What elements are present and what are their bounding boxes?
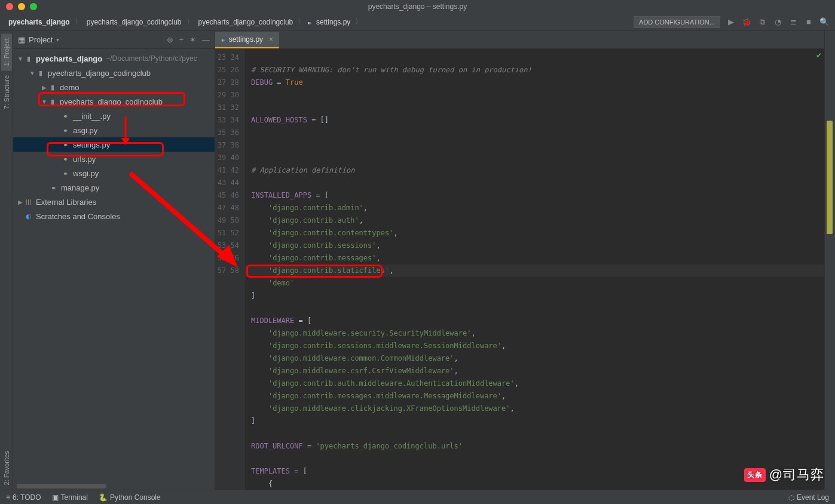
python-file-icon [221,35,225,44]
tree-folder-inner[interactable]: ▼ pyecharts_django_codingclub [13,94,215,109]
concurrency-icon[interactable]: ≣ [788,17,798,27]
breadcrumb-root[interactable]: pyecharts_django [6,17,72,27]
locate-icon[interactable]: ⊕ [167,35,173,44]
marker-strip[interactable] [827,121,833,234]
run-icon[interactable]: ▶ [726,17,736,27]
tree-label: asgi.py [73,126,97,135]
folder-icon [48,84,57,91]
debug-icon[interactable]: 🐞 [742,17,751,27]
settings-icon[interactable]: ✶ [189,35,196,44]
python-file-icon [307,18,311,26]
breadcrumb-item[interactable]: pyecharts_django_codingclub [84,17,184,27]
project-header-actions: ⊕ ÷ ✶ — [167,35,210,44]
title-bar: pyecharts_django – settings.py [0,0,835,13]
tree-file-asgi[interactable]: asgi.py [13,123,215,137]
tree-folder[interactable]: ▼ pyecharts_django_codingclub [13,66,215,80]
watermark-badge: 头条 [744,468,766,482]
project-view-selector[interactable]: ▦ Project ▾ [18,35,167,44]
coverage-icon[interactable]: ⧉ [757,17,767,27]
left-tool-strip: 1: Project 7: Structure 2: Favorites [0,31,13,490]
tool-tab-terminal[interactable]: ▣ Terminal [52,493,88,502]
inspection-ok-icon: ✔ [816,51,822,60]
watermark: 头条 @司马弈 [744,466,824,484]
stop-icon[interactable]: ■ [804,17,813,27]
horizontal-scrollbar[interactable] [17,484,106,488]
code-editor[interactable]: 23 24 25 26 27 28 29 30 31 32 33 34 35 3… [215,49,824,490]
close-tab-icon[interactable]: × [269,35,273,44]
tree-external-libraries[interactable]: ▶ External Libraries [13,195,215,209]
tree-label: settings.py [73,140,110,149]
expand-arrow-icon[interactable]: ▶ [41,84,48,91]
python-file-icon [61,171,71,176]
editor-tab-bar: settings.py × [215,31,824,49]
tree-label: __init__.py [73,112,111,121]
python-file-icon [61,142,71,147]
python-file-icon [49,185,59,190]
tool-tab-project[interactable]: 1: Project [1,33,12,70]
expand-arrow-icon[interactable]: ▼ [41,99,48,105]
hide-icon[interactable]: — [202,35,210,44]
tree-root[interactable]: ▼ pyecharts_django ~/Documents/Python/cl… [13,51,215,66]
toolbar-right: ADD CONFIGURATION... ▶ 🐞 ⧉ ◔ ≣ ■ 🔍 [634,16,829,28]
event-log-button[interactable]: ◌ Event Log [788,493,829,502]
search-icon[interactable]: 🔍 [819,17,829,27]
tree-file-settings[interactable]: settings.py [13,137,215,152]
folder-icon [24,55,33,63]
folder-icon [36,69,45,77]
window-controls [0,3,37,10]
tree-label: wsgi.py [73,169,99,178]
right-gutter [824,31,835,490]
bottom-tool-bar: ≡ 6: TODO ▣ Terminal 🐍 Python Console ◌ … [0,490,835,504]
tree-root-path: ~/Documents/Python/cl/pyec [106,54,197,63]
collapse-all-icon[interactable]: ÷ [179,35,183,44]
add-configuration-button[interactable]: ADD CONFIGURATION... [634,16,720,28]
tree-root-name: pyecharts_django [36,54,102,63]
expand-arrow-icon[interactable]: ▶ [17,199,24,205]
breadcrumb-item[interactable]: pyecharts_django_codingclub [196,17,296,27]
project-header: ▦ Project ▾ ⊕ ÷ ✶ — [13,31,215,49]
project-title: Project [29,35,53,44]
main-area: 1: Project 7: Structure 2: Favorites ▦ P… [0,31,835,490]
profile-icon[interactable]: ◔ [773,17,782,27]
scratch-icon [24,213,33,220]
chevron-down-icon: ▾ [56,36,59,43]
expand-arrow-icon[interactable]: ▼ [29,70,36,76]
tree-file-urls[interactable]: urls.py [13,152,215,166]
code-content[interactable]: # SECURITY WARNING: don't run with debug… [245,49,824,490]
minimize-icon[interactable] [18,3,25,10]
tool-tab-favorites[interactable]: 2: Favorites [2,446,11,490]
breadcrumb[interactable]: pyecharts_django〉 pyecharts_django_codin… [6,17,362,27]
python-file-icon [61,128,71,133]
tree-folder-demo[interactable]: ▶ demo [13,80,215,94]
editor-tab-label: settings.py [229,35,263,44]
tool-tab-todo[interactable]: ≡ 6: TODO [6,493,41,502]
editor-tab-settings[interactable]: settings.py × [215,32,279,48]
tree-file-wsgi[interactable]: wsgi.py [13,166,215,180]
maximize-icon[interactable] [30,3,37,10]
tree-label: pyecharts_django_codingclub [60,97,163,106]
project-icon: ▦ [18,35,25,44]
library-icon [24,199,33,205]
project-tree[interactable]: ▼ pyecharts_django ~/Documents/Python/cl… [13,49,215,490]
expand-arrow-icon[interactable]: ▼ [17,56,24,62]
window-title: pyecharts_django – settings.py [368,2,467,11]
folder-icon [48,98,57,106]
tree-label: urls.py [73,155,96,164]
tree-label: manage.py [61,183,99,192]
tool-tab-structure[interactable]: 7: Structure [2,70,11,114]
tree-scratches[interactable]: Scratches and Consoles [13,209,215,223]
tree-label: pyecharts_django_codingclub [48,69,151,78]
line-number-gutter: 23 24 25 26 27 28 29 30 31 32 33 34 35 3… [215,49,245,490]
navigation-bar: pyecharts_django〉 pyecharts_django_codin… [0,13,835,31]
editor-area: settings.py × 23 24 25 26 27 28 29 30 31… [215,31,824,490]
breadcrumb-file[interactable]: settings.py [314,17,353,27]
tree-file-init[interactable]: __init__.py [13,109,215,123]
watermark-text: @司马弈 [769,466,824,484]
python-file-icon [61,113,71,119]
tree-file-manage[interactable]: manage.py [13,180,215,195]
tree-label: Scratches and Consoles [36,212,120,221]
project-tool-window: ▦ Project ▾ ⊕ ÷ ✶ — ▼ pyecharts_django ~… [13,31,215,490]
tree-label: demo [60,83,79,92]
tool-tab-python-console[interactable]: 🐍 Python Console [99,493,161,502]
close-icon[interactable] [6,3,13,10]
